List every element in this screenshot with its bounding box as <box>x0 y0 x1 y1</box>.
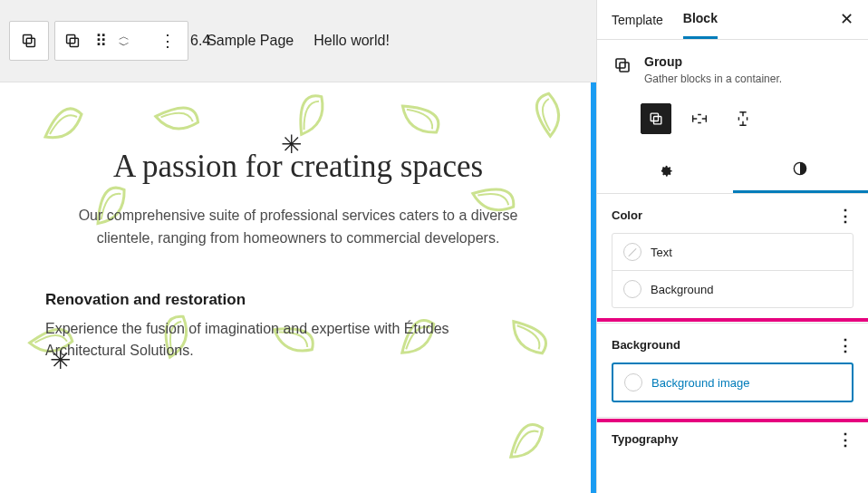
tab-template[interactable]: Template <box>612 13 663 38</box>
parent-block-button[interactable] <box>9 21 49 61</box>
tab-styles-icon[interactable] <box>733 147 869 193</box>
tab-settings-icon[interactable] <box>597 147 733 193</box>
move-up-down[interactable]: ︿ ﹀ <box>119 32 130 50</box>
hero-subtext[interactable]: Our comprehensive suite of professional … <box>76 205 520 250</box>
page-nav: Sample Page Hello world! <box>207 33 390 49</box>
inspector-tabs <box>597 147 868 194</box>
svg-rect-6 <box>651 113 658 121</box>
color-list: Text Background <box>612 233 854 308</box>
svg-rect-4 <box>616 59 625 68</box>
svg-rect-7 <box>654 117 661 124</box>
drag-handle-icon[interactable]: ⠿ <box>90 31 111 51</box>
group-block-icon[interactable] <box>63 31 82 51</box>
block-toolbar-cluster: ⠿ ︿ ﹀ ⋮ <box>54 21 188 61</box>
svg-rect-1 <box>26 38 34 46</box>
more-options-icon[interactable]: ⋮ <box>155 31 180 51</box>
group-block-icon <box>612 54 633 85</box>
more-vertical-icon: ⋮ <box>837 207 854 225</box>
nav-link-hello-world[interactable]: Hello world! <box>313 33 390 49</box>
color-panel: Color ⋮ Text Background <box>597 194 868 324</box>
color-text-label: Text <box>651 246 672 259</box>
more-vertical-icon: ⋮ <box>837 336 854 354</box>
block-toolbar: ⠿ ︿ ﹀ ⋮ 6.4 Sample Page Hello world! <box>0 0 596 82</box>
hero-section: A passion for creating spaces Our compre… <box>0 82 596 250</box>
svg-rect-5 <box>620 63 629 72</box>
swatch-none-icon <box>623 243 641 261</box>
block-card: Group Gather blocks in a container. <box>597 40 868 100</box>
swatch-empty-icon <box>624 373 642 392</box>
tab-block[interactable]: Block <box>683 11 718 39</box>
block-description: Gather blocks in a container. <box>644 72 782 85</box>
svg-rect-3 <box>70 38 78 46</box>
nav-link-sample-page[interactable]: Sample Page <box>207 33 294 49</box>
svg-rect-0 <box>24 35 32 44</box>
background-panel-title: Background <box>612 338 680 352</box>
background-panel-menu[interactable]: ⋮ <box>837 341 854 350</box>
hero-heading[interactable]: A passion for creating spaces <box>0 149 596 185</box>
typography-panel: Typography ⋮ <box>597 418 868 460</box>
feature-heading[interactable]: Renovation and restoration <box>45 291 551 309</box>
close-icon: ✕ <box>840 10 854 28</box>
variation-row[interactable] <box>684 103 715 134</box>
sidebar-tabs: Template Block ✕ <box>597 0 868 40</box>
chevron-down-icon[interactable]: ﹀ <box>119 41 130 50</box>
settings-sidebar: Template Block ✕ Group Gather blocks in … <box>596 0 868 493</box>
variation-group[interactable] <box>641 103 671 134</box>
background-image-button[interactable]: Background image <box>612 362 854 402</box>
typography-panel-title: Typography <box>612 432 678 446</box>
styles-icon <box>791 160 809 178</box>
layout-variation-row <box>597 100 868 147</box>
block-name: Group <box>644 54 782 69</box>
feature-body[interactable]: Experience the fusion of imagination and… <box>45 318 516 363</box>
color-background-row[interactable]: Background <box>612 270 853 307</box>
page-content: ✳ ✳ A passion for creating spaces Our co… <box>0 82 596 493</box>
background-image-label: Background image <box>651 376 749 390</box>
gear-icon <box>656 161 674 179</box>
more-vertical-icon: ⋮ <box>837 430 854 449</box>
color-panel-title: Color <box>612 208 642 222</box>
color-panel-menu[interactable]: ⋮ <box>837 211 854 220</box>
close-sidebar-button[interactable]: ✕ <box>840 9 854 29</box>
swatch-empty-icon <box>623 280 641 298</box>
editor-canvas-area: ⠿ ︿ ﹀ ⋮ 6.4 Sample Page Hello world! <box>0 0 596 493</box>
feature-section: Renovation and restoration Experience th… <box>0 250 596 363</box>
variation-stack[interactable] <box>728 103 758 134</box>
typography-panel-menu[interactable]: ⋮ <box>837 435 854 444</box>
color-text-row[interactable]: Text <box>612 234 853 270</box>
svg-rect-2 <box>67 35 75 44</box>
color-background-label: Background <box>651 283 713 296</box>
background-panel: Background ⋮ Background image <box>597 324 868 418</box>
